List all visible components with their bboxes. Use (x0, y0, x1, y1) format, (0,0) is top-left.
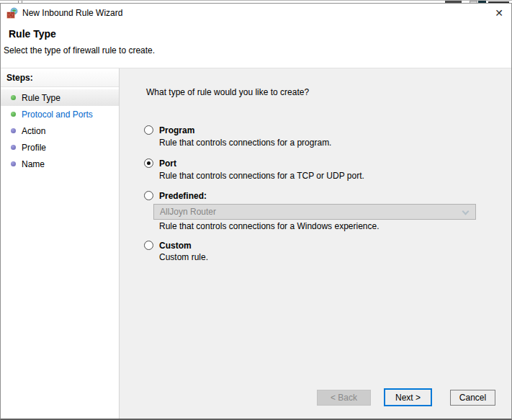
option-port-description: Rule that controls connections for a TCP… (159, 171, 364, 181)
cancel-button[interactable]: Cancel (450, 390, 495, 406)
step-bullet-icon (11, 161, 16, 166)
wizard-body: Steps: Rule Type Protocol and Ports Acti… (1, 68, 511, 419)
window-title: New Inbound Rule Wizard (22, 8, 122, 18)
step-label: Protocol and Ports (22, 110, 93, 120)
step-protocol-and-ports[interactable]: Protocol and Ports (1, 106, 119, 122)
step-bullet-icon (11, 145, 16, 150)
wizard-content: What type of rule would you like to crea… (120, 68, 511, 419)
predefined-dropdown-value: AllJoyn Router (160, 207, 216, 217)
option-predefined-label[interactable]: Predefined: (159, 191, 207, 201)
option-custom-label[interactable]: Custom (159, 241, 192, 251)
wizard-header: Rule Type Select the type of firewall ru… (1, 22, 511, 68)
radio-program[interactable] (144, 125, 153, 135)
step-bullet-icon (11, 128, 16, 133)
step-rule-type[interactable]: Rule Type (1, 89, 119, 106)
steps-list: Rule Type Protocol and Ports Action Prof… (1, 87, 119, 172)
step-label: Rule Type (22, 93, 60, 103)
option-predefined-description: Rule that controls connections for a Win… (159, 221, 379, 231)
close-icon[interactable]: ✕ (490, 4, 508, 22)
steps-header: Steps: (1, 68, 119, 87)
option-program-description: Rule that controls connections for a pro… (159, 138, 331, 148)
step-label: Name (22, 159, 45, 169)
steps-sidebar: Steps: Rule Type Protocol and Ports Acti… (1, 68, 120, 419)
page-title: Rule Type (9, 28, 56, 40)
title-bar[interactable]: New Inbound Rule Wizard ✕ (1, 4, 511, 22)
option-custom-description: Custom rule. (159, 252, 208, 262)
radio-custom[interactable] (144, 241, 153, 250)
option-program-label[interactable]: Program (159, 125, 194, 135)
step-name: Name (1, 156, 119, 172)
predefined-dropdown[interactable]: AllJoyn Router (153, 204, 476, 220)
step-action: Action (1, 122, 119, 139)
step-bullet-icon (11, 112, 16, 117)
step-label: Profile (22, 143, 46, 153)
radio-predefined[interactable] (144, 191, 153, 200)
firewall-icon (6, 7, 18, 19)
option-port-label[interactable]: Port (159, 158, 176, 169)
step-label: Action (22, 126, 45, 136)
chevron-down-icon (462, 208, 470, 215)
page-subtitle: Select the type of firewall rule to crea… (4, 45, 155, 55)
option-predefined[interactable]: Predefined: (144, 190, 207, 201)
step-profile: Profile (1, 139, 119, 156)
screen: New Inbound Rule Wizard ✕ Rule Type Sele… (0, 0, 512, 420)
radio-port[interactable] (144, 158, 153, 168)
option-program[interactable]: Program (144, 125, 194, 135)
new-inbound-rule-wizard-dialog: New Inbound Rule Wizard ✕ Rule Type Sele… (0, 3, 512, 420)
question-text: What type of rule would you like to crea… (146, 87, 309, 97)
option-custom[interactable]: Custom (144, 240, 192, 251)
step-bullet-icon (11, 95, 16, 100)
option-port[interactable]: Port (144, 158, 176, 169)
back-button[interactable]: < Back (317, 390, 371, 406)
next-button[interactable]: Next > (384, 388, 432, 406)
